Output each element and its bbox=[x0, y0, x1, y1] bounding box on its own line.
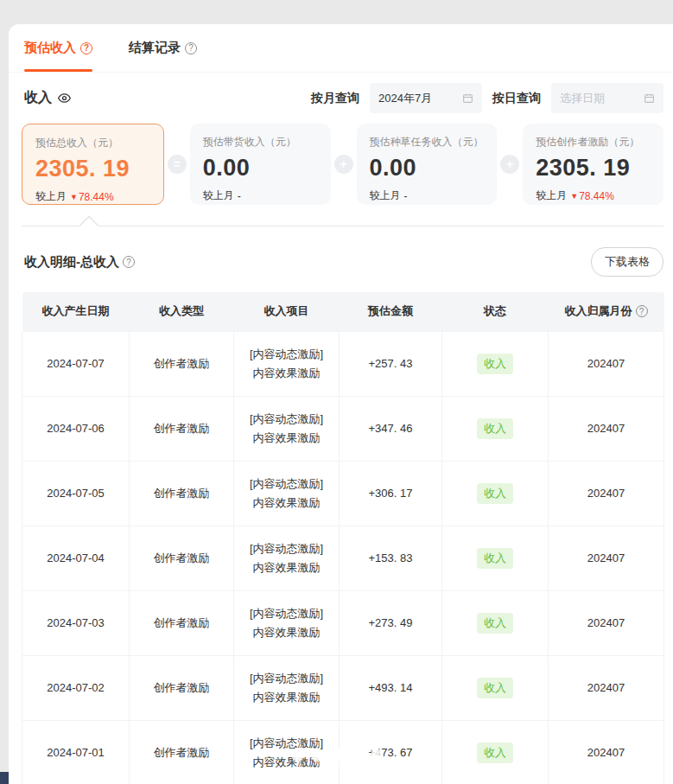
cell-month: 202407 bbox=[549, 655, 664, 720]
status-badge: 收入 bbox=[477, 613, 513, 634]
help-icon[interactable] bbox=[636, 305, 648, 317]
month-picker-value: 2024年7月 bbox=[378, 91, 432, 106]
cell-amount: +153. 83 bbox=[340, 526, 442, 590]
cell-type: 创作者激励 bbox=[130, 720, 234, 784]
operator-separator: = bbox=[164, 124, 190, 205]
table-row[interactable]: 2024-07-05 创作者激励 [内容动态激励] 内容效果激励 +306. 1… bbox=[22, 461, 664, 526]
card-total-income[interactable]: 预估总收入（元） 2305. 19 较上月 ▼78.44% bbox=[22, 124, 164, 205]
col-header-type: 收入类型 bbox=[130, 292, 234, 331]
cell-project: [内容动态激励] 内容效果激励 bbox=[234, 526, 340, 590]
card-value: 2305. 19 bbox=[35, 156, 150, 182]
caret-up-notch bbox=[79, 216, 99, 236]
card-label: 预估种草任务收入（元） bbox=[370, 135, 485, 150]
cell-status: 收入 bbox=[442, 655, 549, 720]
detail-section-header: 收入明细-总收入 下载表格 bbox=[22, 247, 663, 277]
tab-settlement-records[interactable]: 结算记录 bbox=[129, 24, 197, 72]
calendar-icon bbox=[462, 92, 473, 104]
card-compare: 较上月 - bbox=[370, 188, 485, 203]
status-badge: 收入 bbox=[477, 483, 513, 504]
cell-month: 202407 bbox=[549, 331, 664, 396]
cell-type: 创作者激励 bbox=[130, 590, 234, 655]
cell-month: 202407 bbox=[549, 720, 664, 784]
cell-amount: +347. 46 bbox=[340, 396, 442, 461]
card-creator-incentive[interactable]: 预估创作者激励（元） 2305. 19 较上月 ▼78.44% bbox=[523, 124, 663, 205]
card-compare: 较上月 - bbox=[203, 188, 318, 203]
cell-type: 创作者激励 bbox=[130, 461, 234, 526]
card-goods-income[interactable]: 预估带货收入（元） 0.00 较上月 - bbox=[190, 124, 331, 205]
col-header-date: 收入产生日期 bbox=[22, 292, 130, 331]
status-badge: 收入 bbox=[477, 548, 513, 569]
cell-amount: +493. 14 bbox=[340, 655, 442, 720]
col-header-month: 收入归属月份 bbox=[549, 292, 664, 331]
cell-date: 2024-07-05 bbox=[22, 461, 130, 526]
cell-type: 创作者激励 bbox=[130, 331, 234, 396]
query-group: 按月查询 2024年7月 按日查询 选择日期 bbox=[311, 83, 663, 113]
income-panel: 预估收入 结算记录 收入 按月查询 2024年7月 bbox=[9, 24, 673, 784]
card-label: 预估总收入（元） bbox=[35, 136, 150, 150]
cell-date: 2024-07-03 bbox=[22, 590, 130, 655]
detail-section-title: 收入明细-总收入 bbox=[22, 254, 135, 271]
cell-month: 202407 bbox=[549, 590, 664, 655]
card-task-income[interactable]: 预估种草任务收入（元） 0.00 较上月 - bbox=[357, 124, 498, 205]
cell-date: 2024-07-02 bbox=[22, 655, 130, 720]
plus-icon: + bbox=[334, 155, 353, 174]
cell-type: 创作者激励 bbox=[130, 526, 234, 590]
card-detail-divider bbox=[22, 226, 663, 226]
month-picker[interactable]: 2024年7月 bbox=[370, 83, 482, 113]
cell-date: 2024-07-04 bbox=[22, 526, 130, 590]
cell-month: 202407 bbox=[549, 526, 664, 590]
status-badge: 收入 bbox=[477, 743, 513, 763]
background-edge-artifact bbox=[0, 772, 9, 784]
cell-status: 收入 bbox=[442, 396, 549, 461]
cell-date: 2024-07-01 bbox=[22, 720, 130, 784]
cell-project: [内容动态激励] 内容效果激励 bbox=[234, 461, 340, 526]
cell-month: 202407 bbox=[549, 396, 664, 461]
cell-month: 202407 bbox=[549, 461, 664, 526]
cell-status: 收入 bbox=[442, 331, 549, 396]
help-icon[interactable] bbox=[80, 42, 92, 54]
cell-project: [内容动态激励] 内容效果激励 bbox=[234, 590, 340, 655]
day-query-label: 按日查询 bbox=[492, 91, 541, 106]
cell-date: 2024-07-07 bbox=[22, 331, 130, 396]
cell-project: [内容动态激励] 内容效果激励 bbox=[234, 655, 340, 720]
table-row[interactable]: 2024-07-07 创作者激励 [内容动态激励] 内容效果激励 +257. 4… bbox=[22, 331, 664, 396]
col-header-project: 收入项目 bbox=[234, 292, 340, 331]
card-value: 0.00 bbox=[370, 155, 485, 182]
cell-date: 2024-07-06 bbox=[22, 396, 130, 461]
cell-amount: +273. 49 bbox=[340, 590, 442, 655]
cell-project: [内容动态激励] 内容效果激励 bbox=[234, 396, 340, 461]
download-table-button[interactable]: 下载表格 bbox=[591, 247, 663, 277]
table-row[interactable]: 2024-07-06 创作者激励 [内容动态激励] 内容效果激励 +347. 4… bbox=[22, 396, 664, 461]
cell-status: 收入 bbox=[442, 590, 549, 655]
table-row[interactable]: 2024-07-02 创作者激励 [内容动态激励] 内容效果激励 +493. 1… bbox=[22, 655, 664, 720]
help-icon[interactable] bbox=[123, 256, 135, 268]
card-value: 0.00 bbox=[203, 155, 318, 182]
card-compare: 较上月 ▼78.44% bbox=[35, 189, 150, 204]
card-value: 2305. 19 bbox=[536, 155, 651, 182]
table-row[interactable]: 2024-07-03 创作者激励 [内容动态激励] 内容效果激励 +273. 4… bbox=[22, 590, 664, 655]
plus-icon: + bbox=[500, 155, 519, 174]
status-badge: 收入 bbox=[477, 354, 513, 374]
operator-separator: + bbox=[497, 124, 523, 205]
income-table-body: 2024-07-07 创作者激励 [内容动态激励] 内容效果激励 +257. 4… bbox=[22, 331, 664, 784]
cell-amount: +257. 43 bbox=[340, 331, 442, 396]
cell-type: 创作者激励 bbox=[130, 655, 234, 720]
day-picker[interactable]: 选择日期 bbox=[551, 83, 663, 113]
help-icon[interactable] bbox=[185, 42, 197, 54]
operator-separator: + bbox=[331, 124, 357, 205]
cell-status: 收入 bbox=[442, 526, 549, 590]
cell-type: 创作者激励 bbox=[130, 396, 234, 461]
down-arrow-icon: ▼ bbox=[70, 193, 78, 201]
tab-settlement-records-label: 结算记录 bbox=[129, 40, 181, 56]
cell-status: 收入 bbox=[442, 720, 549, 784]
income-title-label: 收入 bbox=[24, 89, 52, 107]
month-query-label: 按月查询 bbox=[311, 91, 359, 106]
income-title: 收入 bbox=[22, 89, 72, 107]
summary-cards: 预估总收入（元） 2305. 19 较上月 ▼78.44% = 预估带货收入（元… bbox=[22, 124, 663, 205]
equals-icon: = bbox=[168, 155, 187, 174]
table-row[interactable]: 2024-07-04 创作者激励 [内容动态激励] 内容效果激励 +153. 8… bbox=[22, 526, 664, 590]
tab-estimated-income[interactable]: 预估收入 bbox=[24, 24, 92, 72]
eye-icon[interactable] bbox=[57, 91, 72, 105]
card-label: 预估创作者激励（元） bbox=[536, 135, 651, 150]
card-label: 预估带货收入（元） bbox=[203, 135, 318, 150]
